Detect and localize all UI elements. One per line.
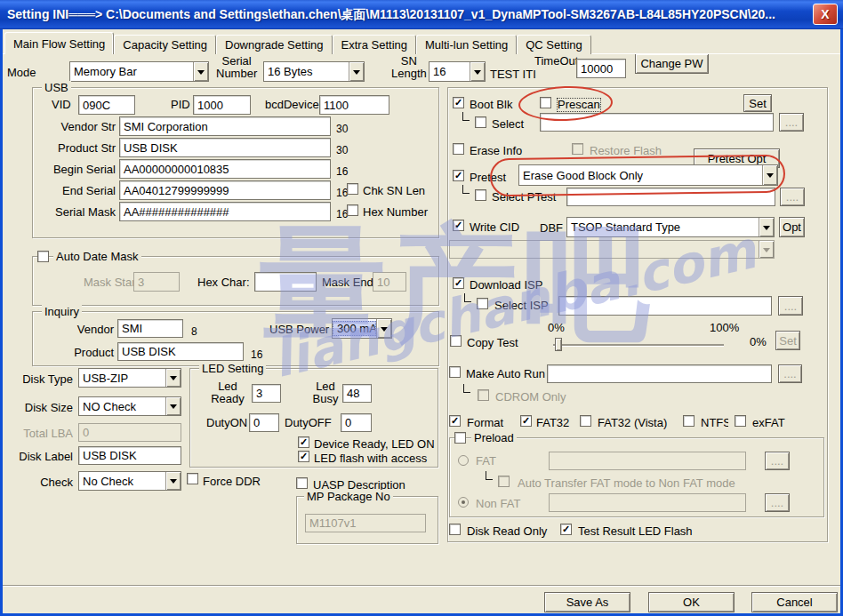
tab-multi-lun-setting[interactable]: Multi-lun Setting [416, 35, 517, 54]
select-ptest-label: Select PTest [492, 191, 556, 204]
tab-extra-setting[interactable]: Extra Setting [333, 35, 416, 54]
inquiry-product-field[interactable]: USB DISK [117, 342, 244, 361]
select-ptest-checkbox[interactable] [475, 189, 486, 201]
hex-number-checkbox[interactable] [347, 204, 358, 216]
chevron-down-icon[interactable] [762, 165, 777, 185]
device-ready-led-label: Device Ready, LED ON [314, 438, 438, 451]
vendor-str-field[interactable]: SMI Corporation [119, 116, 331, 136]
download-isp-checkbox[interactable] [453, 277, 464, 289]
chevron-down-icon[interactable] [165, 472, 181, 490]
cancel-button[interactable]: Cancel [751, 592, 838, 612]
vid-field[interactable]: 090C [78, 95, 135, 115]
duty-off-field[interactable]: 0 [341, 413, 372, 432]
format-checkbox[interactable] [449, 415, 461, 427]
close-icon[interactable]: X [813, 4, 838, 25]
chevron-down-icon[interactable] [193, 62, 208, 81]
isp-file-field[interactable] [558, 296, 772, 316]
boot-blk-set-button[interactable]: Set [743, 94, 772, 112]
duty-on-field[interactable]: 0 [249, 413, 279, 432]
exfat-label: exFAT [752, 417, 785, 429]
cid-opt-button[interactable]: Opt [779, 217, 805, 237]
device-ready-led-checkbox[interactable] [298, 436, 309, 448]
pretest-select[interactable]: Erase Good Block Only [518, 164, 778, 186]
tab-main-flow-setting[interactable]: Main Flow Setting [4, 32, 114, 54]
sn-length-select[interactable]: 16 [429, 61, 486, 82]
prescan-label: Prescan [558, 99, 600, 111]
product-str-field[interactable]: USB DISK [119, 138, 331, 157]
serial-mask-field[interactable]: AA############## [119, 202, 331, 221]
fat32-vista-checkbox[interactable] [580, 415, 591, 427]
write-cid-checkbox[interactable] [453, 220, 464, 231]
select-isp-checkbox[interactable] [477, 298, 488, 309]
serial-number-value: 16 Bytes [264, 65, 349, 78]
auto-run-file-field[interactable] [547, 364, 772, 383]
end-serial-field[interactable]: AA04012799999999 [119, 180, 331, 200]
tab-qc-setting[interactable]: QC Setting [517, 35, 591, 54]
copy-test-label: Copy Test [467, 337, 518, 349]
preload-checkbox[interactable] [454, 432, 466, 444]
disk-size-select[interactable]: NO Check [78, 396, 181, 416]
mode-select[interactable]: Memory Bar [69, 61, 209, 82]
ptest-file-field[interactable] [566, 188, 775, 206]
begin-serial-field[interactable]: AA00000000010835 [119, 159, 331, 179]
led-busy-field[interactable]: 48 [342, 384, 372, 403]
tab-downgrade-setting[interactable]: Downgrade Setting [216, 35, 333, 54]
inquiry-vendor-length: 8 [191, 325, 197, 338]
fat32-checkbox[interactable] [520, 415, 532, 427]
chevron-down-icon[interactable] [470, 62, 485, 81]
copy-test-slider-track[interactable] [553, 344, 724, 346]
make-auto-run-label: Make Auto Run [466, 368, 545, 380]
copy-test-checkbox[interactable] [450, 335, 462, 347]
total-lba-label: Total LBA [9, 428, 73, 440]
inquiry-vendor-field[interactable]: SMI [117, 319, 183, 338]
tree-elbow [464, 293, 471, 302]
usb-power-select[interactable]: 300 mA [332, 318, 392, 339]
boot-blk-select-checkbox[interactable] [475, 116, 486, 128]
auto-date-mask-checkbox[interactable] [37, 251, 49, 262]
uasp-description-checkbox[interactable] [296, 477, 308, 489]
serial-mask-label: Serial Mask [31, 206, 116, 219]
chevron-down-icon[interactable] [165, 397, 181, 415]
disk-type-select[interactable]: USB-ZIP [78, 368, 181, 388]
prescan-checkbox[interactable] [540, 97, 551, 108]
mask-end-field: 10 [373, 272, 406, 292]
check-select[interactable]: No Check [78, 471, 181, 491]
pid-field[interactable]: 1000 [193, 95, 251, 115]
make-auto-run-checkbox[interactable] [449, 366, 461, 378]
exfat-checkbox[interactable] [735, 415, 746, 427]
tree-elbow [486, 471, 493, 480]
force-ddr-checkbox[interactable] [187, 473, 198, 484]
serial-number-select[interactable]: 16 Bytes [263, 61, 365, 82]
inquiry-product-length: 16 [251, 348, 262, 361]
led-flash-checkbox[interactable] [298, 451, 309, 462]
chevron-down-icon[interactable] [376, 319, 391, 338]
led-setting-legend: LED Setting [199, 362, 266, 375]
change-pw-button[interactable]: Change PW [635, 53, 709, 74]
disk-label-field[interactable]: USB DISK [78, 446, 181, 465]
timeout-field[interactable]: 10000 [576, 59, 626, 78]
timeout-label: TimeOut [534, 55, 578, 68]
tab-capacity-setting[interactable]: Capacity Setting [114, 35, 216, 54]
ntfs-checkbox[interactable] [683, 415, 694, 427]
bcddevice-field[interactable]: 1100 [319, 95, 389, 115]
dbf-select[interactable]: TSOP Standard Type [566, 217, 775, 237]
chevron-down-icon[interactable] [349, 62, 364, 81]
led-ready-label: Led Ready [208, 380, 247, 405]
copy-test-set-button: Set [775, 331, 800, 350]
pretest-checkbox[interactable] [453, 170, 464, 181]
save-as-button[interactable]: Save As [544, 592, 630, 612]
hex-char-field[interactable] [254, 272, 317, 292]
disk-read-only-checkbox[interactable] [449, 524, 461, 535]
chk-sn-len-checkbox[interactable] [347, 183, 358, 195]
boot-blk-checkbox[interactable] [453, 97, 464, 108]
led-ready-field[interactable]: 3 [252, 384, 281, 403]
erase-info-checkbox[interactable] [453, 143, 464, 155]
chevron-down-icon[interactable] [759, 218, 774, 236]
copy-test-0pct-label: 0% [548, 322, 565, 334]
ok-button[interactable]: OK [648, 592, 735, 612]
boot-blk-file-field[interactable] [540, 113, 774, 132]
fat-radio [458, 455, 469, 466]
chevron-down-icon[interactable] [165, 369, 181, 387]
test-result-led-checkbox[interactable] [560, 524, 572, 535]
copy-test-slider-thumb[interactable] [555, 338, 562, 351]
